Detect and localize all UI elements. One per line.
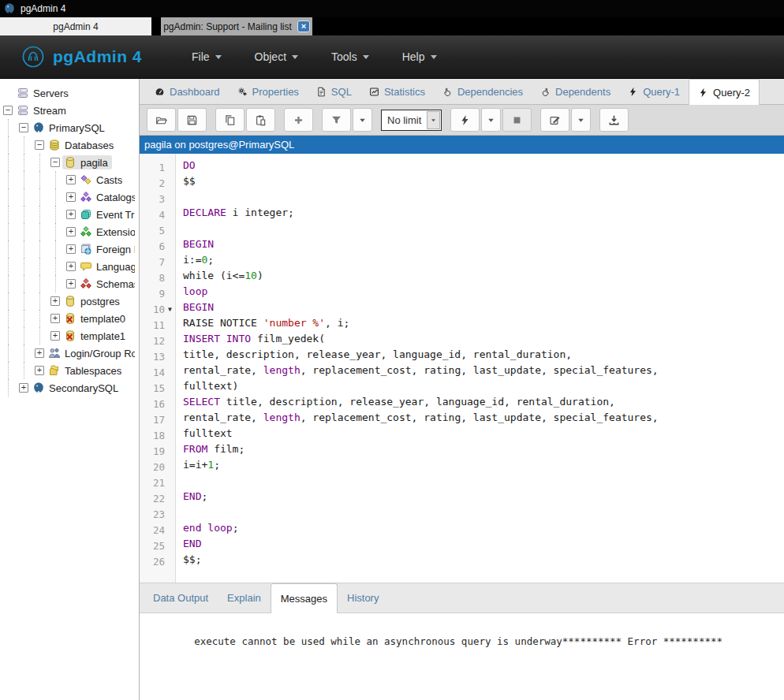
- output-tab-data-output[interactable]: Data Output: [144, 583, 218, 612]
- tree-item-pagila[interactable]: −pagila: [0, 154, 139, 171]
- execute-button[interactable]: [450, 108, 480, 132]
- tab-sql[interactable]: SQL: [308, 79, 360, 104]
- toolbar-group: [450, 108, 532, 132]
- tree-item-event-tri[interactable]: +Event Tri: [0, 206, 139, 223]
- gutter-cell: 26: [140, 553, 175, 569]
- sql-editor[interactable]: 12345678910▼1112131415161718192021222324…: [140, 154, 784, 583]
- gutter-cell: 11: [140, 317, 175, 333]
- edit-button[interactable]: [540, 108, 569, 132]
- output-tab-messages[interactable]: Messages: [271, 583, 338, 613]
- collapse-toggle[interactable]: −: [3, 106, 13, 115]
- menu-help[interactable]: Help: [402, 50, 437, 63]
- window-tab-pgadmin-support-mailing-list[interactable]: pgAdmin: Support - Mailing list×: [161, 17, 312, 35]
- code-line-12: INSERT INTO film_yedek(: [183, 333, 784, 348]
- gutter-cell: 5: [140, 222, 175, 238]
- tab-properties[interactable]: Properties: [229, 79, 308, 104]
- tree-item-extension[interactable]: +Extension: [0, 223, 139, 240]
- code-line-23: [183, 506, 784, 522]
- tree-item-label: Schemas: [96, 278, 135, 290]
- expand-toggle[interactable]: +: [66, 227, 76, 236]
- filter-button[interactable]: [322, 108, 351, 132]
- tree-item-label: Servers: [33, 88, 69, 99]
- execute-dropdown-button[interactable]: [481, 108, 501, 132]
- download-button[interactable]: [599, 108, 629, 132]
- output-tab-label: History: [347, 592, 379, 604]
- tablespaces-icon: [48, 364, 61, 377]
- edit-dropdown-button[interactable]: [571, 108, 591, 132]
- tree-item-servers[interactable]: Servers: [0, 84, 139, 102]
- row-limit-select[interactable]: No limit: [381, 110, 442, 131]
- tree-guide: [18, 258, 34, 275]
- paste-button[interactable]: [246, 108, 275, 132]
- stop-button[interactable]: [502, 108, 532, 132]
- expand-toggle[interactable]: +: [35, 366, 44, 375]
- close-icon[interactable]: ×: [297, 20, 310, 32]
- tree-item-tablespaces[interactable]: +Tablespaces: [0, 362, 139, 379]
- tree-guide: [18, 171, 34, 188]
- pgadmin-logo: pgAdmin 4: [21, 44, 142, 69]
- tree-item-login-group-rol[interactable]: +Login/Group Rol: [0, 344, 139, 362]
- tree-item-template0[interactable]: +template0: [0, 310, 139, 327]
- expand-toggle[interactable]: +: [50, 314, 60, 323]
- output-tab-label: Data Output: [153, 592, 208, 604]
- tree-item-primarysql[interactable]: −PrimarySQL: [0, 119, 139, 136]
- window-tab-pgadmin-4[interactable]: pgAdmin 4: [0, 17, 151, 35]
- tab-label: Properties: [252, 86, 299, 98]
- menu-object[interactable]: Object: [255, 50, 298, 63]
- tree-item-language[interactable]: +Language: [0, 258, 139, 275]
- tab-dependencies[interactable]: Dependencies: [434, 79, 532, 104]
- editor-code[interactable]: DO$$DECLARE i integer;BEGINi:=0;while (i…: [176, 154, 784, 583]
- copy-button[interactable]: [215, 108, 245, 132]
- menu-tools[interactable]: Tools: [331, 50, 369, 63]
- fold-marker-icon[interactable]: ▼: [165, 306, 175, 313]
- collapse-toggle[interactable]: −: [19, 123, 28, 132]
- menu-label: File: [192, 50, 210, 63]
- tree-item-secondarysql[interactable]: +SecondarySQL: [0, 379, 139, 397]
- open-file-button[interactable]: [147, 108, 176, 132]
- tree-item-postgres[interactable]: +postgres: [0, 292, 139, 310]
- expand-toggle[interactable]: +: [50, 296, 60, 306]
- tab-query-1[interactable]: Query-1: [619, 79, 689, 104]
- collapse-toggle[interactable]: −: [35, 140, 44, 150]
- code-line-15: fulltext): [183, 380, 784, 396]
- tree-item-template1[interactable]: +template1: [0, 327, 139, 344]
- tab-query-2[interactable]: Query-2: [689, 79, 760, 105]
- tab-statistics[interactable]: Statistics: [360, 79, 434, 104]
- save-button[interactable]: [177, 108, 207, 132]
- connection-label: pagila on postgres@PrimarySQL: [144, 139, 294, 151]
- expand-toggle[interactable]: +: [66, 262, 76, 271]
- tree-item-label: Language: [96, 261, 135, 273]
- expand-toggle[interactable]: +: [35, 348, 44, 358]
- expand-toggle[interactable]: +: [66, 279, 76, 289]
- code-line-14: rental_rate, length, replacement_cost, r…: [183, 364, 784, 380]
- tree-item-stream[interactable]: −Stream: [0, 102, 139, 119]
- output-tab-history[interactable]: History: [338, 583, 388, 612]
- add-button[interactable]: [284, 108, 313, 132]
- tab-dashboard[interactable]: Dashboard: [146, 79, 229, 104]
- tree-item-catalogs[interactable]: +Catalogs: [0, 188, 139, 206]
- tree-item-schemas[interactable]: +Schemas: [0, 275, 139, 292]
- schemas-icon: [80, 277, 92, 290]
- expand-toggle[interactable]: +: [50, 331, 60, 341]
- plus-icon: [293, 114, 304, 126]
- output-tab-explain[interactable]: Explain: [218, 583, 271, 612]
- tree-item-casts[interactable]: +Casts: [0, 171, 139, 188]
- code-line-9: loop: [183, 285, 784, 301]
- tree-item-inner: Schemas: [78, 277, 139, 291]
- menu-file[interactable]: File: [192, 50, 222, 63]
- query-icon: [698, 88, 708, 98]
- chevron-down-icon: [575, 114, 587, 126]
- tab-dependents[interactable]: Dependents: [532, 79, 619, 104]
- window-tabs: pgAdmin 4pgAdmin: Support - Mailing list…: [0, 17, 784, 35]
- tree-item-databases[interactable]: −Databases: [0, 136, 139, 154]
- expand-toggle[interactable]: +: [66, 192, 76, 202]
- expand-toggle[interactable]: +: [66, 175, 76, 184]
- tree-item-label: Tablespaces: [65, 365, 121, 377]
- toolbar-group: [147, 108, 207, 132]
- tree-item-foreign-d[interactable]: +Foreign D: [0, 240, 139, 258]
- expand-toggle[interactable]: +: [19, 383, 28, 393]
- filter-dropdown-button[interactable]: [353, 108, 372, 132]
- expand-toggle[interactable]: +: [66, 210, 76, 219]
- collapse-toggle[interactable]: −: [50, 158, 60, 167]
- expand-toggle[interactable]: +: [66, 244, 76, 254]
